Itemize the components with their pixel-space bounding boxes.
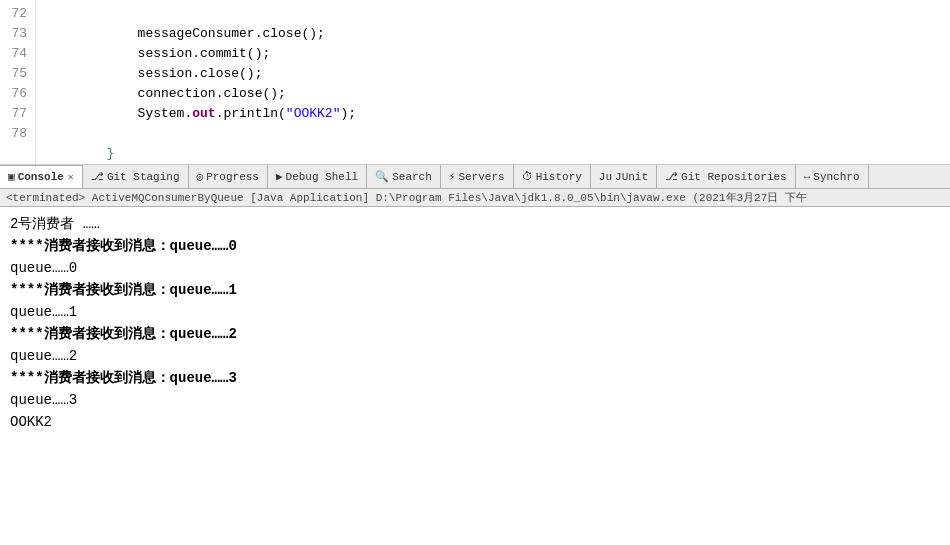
console-line: queue……1	[10, 301, 940, 323]
tab-git-staging-label: Git Staging	[107, 171, 180, 183]
console-output: 2号消费者 ……****消费者接收到消息：queue……0queue……0***…	[0, 207, 950, 545]
tab-bar: ▣ Console ✕ ⎇ Git Staging ◎ Progress ▶ D…	[0, 165, 950, 189]
console-line: OOKK2	[10, 411, 940, 433]
tab-search[interactable]: 🔍 Search	[367, 165, 441, 189]
tab-git-repos-label: Git Repositories	[681, 171, 787, 183]
tab-git-repos[interactable]: ⎇ Git Repositories	[657, 165, 796, 189]
tab-console[interactable]: ▣ Console ✕	[0, 165, 83, 189]
console-line: queue……0	[10, 257, 940, 279]
debug-shell-icon: ▶	[276, 170, 283, 183]
git-repos-icon: ⎇	[665, 170, 678, 183]
tab-history[interactable]: ⏱ History	[514, 165, 591, 189]
git-staging-icon: ⎇	[91, 170, 104, 183]
tab-junit-label: JUnit	[615, 171, 648, 183]
tab-console-label: Console	[18, 171, 64, 183]
tab-servers-label: Servers	[458, 171, 504, 183]
progress-icon: ◎	[197, 170, 204, 183]
console-line: 2号消费者 ……	[10, 213, 940, 235]
code-content: messageConsumer.close(); session.commit(…	[36, 0, 364, 164]
console-line: queue……2	[10, 345, 940, 367]
tab-synchro-label: Synchro	[813, 171, 859, 183]
line-numbers: 72 73 74 75 76 77 78	[0, 0, 36, 164]
status-bar: <terminated> ActiveMQConsumerByQueue [Ja…	[0, 189, 950, 207]
tab-search-label: Search	[392, 171, 432, 183]
tab-history-label: History	[536, 171, 582, 183]
tab-debug-shell-label: Debug Shell	[286, 171, 359, 183]
servers-icon: ⚡	[449, 170, 456, 183]
console-line: queue……3	[10, 389, 940, 411]
console-line: ****消费者接收到消息：queue……0	[10, 235, 940, 257]
tab-console-close[interactable]: ✕	[68, 171, 74, 183]
tab-servers[interactable]: ⚡ Servers	[441, 165, 514, 189]
history-icon: ⏱	[522, 170, 533, 183]
tab-debug-shell[interactable]: ▶ Debug Shell	[268, 165, 367, 189]
tab-junit[interactable]: Ju JUnit	[591, 165, 657, 189]
tab-progress[interactable]: ◎ Progress	[189, 165, 268, 189]
tab-progress-label: Progress	[206, 171, 259, 183]
console-line: ****消费者接收到消息：queue……2	[10, 323, 940, 345]
tab-git-staging[interactable]: ⎇ Git Staging	[83, 165, 189, 189]
synchro-icon: ↔	[804, 171, 811, 183]
console-line: ****消费者接收到消息：queue……3	[10, 367, 940, 389]
code-editor: 72 73 74 75 76 77 78 messageConsumer.clo…	[0, 0, 950, 165]
console-line: ****消费者接收到消息：queue……1	[10, 279, 940, 301]
tab-synchro[interactable]: ↔ Synchro	[796, 165, 869, 189]
junit-icon: Ju	[599, 171, 612, 183]
console-icon: ▣	[8, 170, 15, 183]
search-icon: 🔍	[375, 170, 389, 183]
status-text: <terminated> ActiveMQConsumerByQueue [Ja…	[6, 190, 807, 205]
